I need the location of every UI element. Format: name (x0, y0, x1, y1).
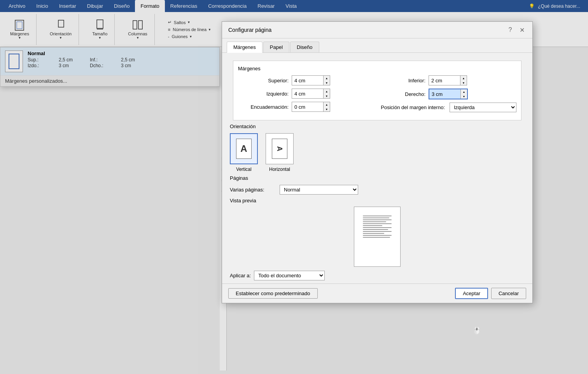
inferior-row: Inferior: ▲ ▼ (375, 75, 516, 85)
preview-line-12 (363, 237, 390, 238)
tab-diseno-dialog[interactable]: Diseño (290, 42, 319, 52)
derecho-input-wrapper: ▲ ▼ (429, 89, 468, 99)
vertical-icon: A (236, 139, 252, 159)
dialog-help-button[interactable]: ? (506, 26, 514, 34)
dialog-tabs: Márgenes Papel Diseño (222, 38, 532, 53)
posicion-row: Posición del margen interno: Izquierda D… (375, 103, 516, 112)
paginas-title: Páginas (230, 175, 525, 181)
margenes-section: Márgenes Superior: ▲ ▼ (233, 61, 522, 120)
encuadernacion-row: Encuadernación: ▲ ▼ (238, 102, 370, 112)
varias-label: Varias páginas: (230, 187, 276, 193)
footer-left: Establecer como predeterminado (228, 288, 318, 299)
preview-box (354, 207, 401, 267)
preview-line-6 (363, 225, 382, 226)
preview-doc (360, 212, 395, 262)
inferior-label: Inferior: (375, 78, 425, 83)
vertical-option[interactable]: A Vertical (230, 133, 258, 172)
superior-label: Superior: (238, 78, 289, 83)
izquierdo-spin-up[interactable]: ▲ (324, 89, 330, 94)
encuadernacion-spin-down[interactable]: ▼ (324, 107, 330, 111)
superior-spin-up[interactable]: ▲ (324, 76, 330, 80)
dialog-close-button[interactable]: ✕ (518, 26, 526, 34)
superior-input[interactable] (292, 77, 323, 85)
margenes-grid: Superior: ▲ ▼ Izquierdo: (238, 75, 516, 115)
posicion-select[interactable]: Izquierda Derecha Arriba (450, 103, 516, 112)
izquierdo-spin-down[interactable]: ▼ (324, 94, 330, 98)
preview-line-8 (363, 229, 388, 230)
orientacion-options: A Vertical A Horizontal (230, 133, 525, 172)
apply-row: Aplicar a: Todo el documento De aquí en … (230, 271, 525, 280)
varias-select[interactable]: Normal Márgenes simétricos 2 páginas por… (280, 185, 358, 194)
inferior-input[interactable] (429, 77, 460, 85)
preview-line-5 (363, 223, 392, 224)
dialog-content-area: Márgenes Superior: ▲ ▼ (222, 53, 532, 280)
posicion-label: Posición del margen interno: (375, 104, 445, 110)
encuadernacion-input[interactable] (292, 103, 323, 111)
derecho-spin-up[interactable]: ▲ (461, 89, 467, 94)
horizontal-icon: A (272, 139, 287, 159)
horizontal-box[interactable]: A (266, 133, 294, 164)
dialog-overlay: Configurar página ? ✕ Márgenes Papel Dis… (0, 0, 588, 374)
izquierdo-spinbtns: ▲ ▼ (323, 89, 330, 98)
derecho-row: Derecho: ▲ ▼ (375, 89, 516, 99)
varias-select-wrapper: Normal Márgenes simétricos 2 páginas por… (280, 185, 358, 195)
derecho-input[interactable] (429, 90, 460, 98)
inferior-spin-up[interactable]: ▲ (460, 76, 467, 80)
superior-spinbtns: ▲ ▼ (323, 76, 330, 85)
dialog-controls: ? ✕ (506, 26, 526, 34)
encuadernacion-label: Encuadernación: (238, 104, 289, 110)
encuadernacion-spinbtns: ▲ ▼ (323, 102, 330, 111)
superior-row: Superior: ▲ ▼ (238, 75, 370, 85)
derecho-spinbtns: ▲ ▼ (460, 89, 467, 99)
preview-line-11 (363, 235, 392, 236)
aplicar-label: Aplicar a: (230, 273, 251, 278)
aceptar-button[interactable]: Aceptar (455, 288, 488, 299)
encuadernacion-spin-up[interactable]: ▲ (324, 102, 330, 107)
inferior-spin-down[interactable]: ▼ (460, 80, 467, 85)
tab-papel[interactable]: Papel (263, 42, 289, 52)
margenes-section-title: Márgenes (238, 66, 516, 71)
horizontal-option[interactable]: A Horizontal (266, 133, 294, 172)
establecer-predeterminado-button[interactable]: Establecer como predeterminado (228, 288, 318, 299)
aplicar-select-wrapper: Todo el documento De aquí en adelante (254, 271, 325, 280)
preview-line-9 (363, 231, 392, 232)
orientacion-title: Orientación (230, 124, 525, 129)
orientacion-section: Orientación A Vertical A Horizontal (228, 124, 526, 172)
preview-line-4 (363, 221, 386, 222)
aplicar-select[interactable]: Todo el documento De aquí en adelante (254, 271, 324, 280)
footer-right: Aceptar Cancelar (455, 288, 526, 299)
superior-spin-down[interactable]: ▼ (324, 80, 330, 85)
dialog-titlebar: Configurar página ? ✕ (222, 22, 532, 38)
paginas-row: Varias páginas: Normal Márgenes simétric… (230, 185, 525, 195)
izquierdo-input[interactable] (292, 90, 323, 98)
superior-input-wrapper: ▲ ▼ (292, 75, 330, 85)
cancelar-button[interactable]: Cancelar (491, 288, 526, 299)
dialog-title: Configurar página (228, 27, 271, 33)
derecho-label: Derecho: (375, 91, 425, 97)
preview-line-3 (363, 219, 392, 220)
izquierdo-label: Izquierdo: (238, 91, 289, 97)
preview-line-1 (363, 216, 392, 216)
dialog-footer: Establecer como predeterminado Aceptar C… (222, 284, 532, 303)
paginas-section: Páginas Varias páginas: Normal Márgenes … (228, 175, 526, 195)
derecho-spin-down[interactable]: ▼ (461, 94, 467, 99)
inferior-input-wrapper: ▲ ▼ (429, 75, 467, 85)
configurar-pagina-dialog: Configurar página ? ✕ Márgenes Papel Dis… (222, 21, 533, 303)
horizontal-label: Horizontal (269, 167, 290, 172)
vertical-label: Vertical (236, 167, 251, 172)
tab-margenes[interactable]: Márgenes (227, 42, 262, 53)
vista-previa-title: Vista previa (230, 198, 525, 204)
izquierdo-input-wrapper: ▲ ▼ (292, 89, 330, 99)
inferior-spinbtns: ▲ ▼ (460, 76, 467, 85)
vista-previa-section: Vista previa (228, 198, 526, 280)
preview-line-7 (363, 227, 392, 228)
vertical-box[interactable]: A (230, 133, 258, 164)
preview-line-10 (363, 233, 384, 234)
encuadernacion-input-wrapper: ▲ ▼ (292, 102, 330, 112)
preview-line-2 (363, 217, 389, 218)
posicion-select-wrapper: Izquierda Derecha Arriba (450, 103, 516, 112)
izquierdo-row: Izquierdo: ▲ ▼ (238, 89, 370, 99)
